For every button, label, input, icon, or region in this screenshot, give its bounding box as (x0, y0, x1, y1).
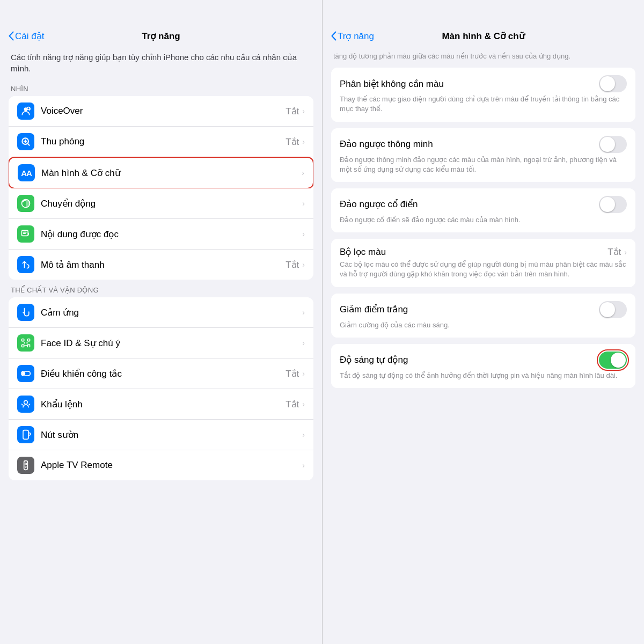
switch-row[interactable]: Điều khiển công tắc Tắt › (9, 358, 313, 389)
giam-diem-trang-row[interactable]: Giảm điểm trắng Giảm cường độ của các mà… (331, 294, 635, 338)
nhin-group: VoiceOver Tắt › Thu phóng Tắt › AA Màn h… (9, 96, 313, 280)
right-nav-bar: Trợ năng Màn hình & Cỡ chữ (323, 0, 644, 47)
giam-diem-trang-desc: Giảm cường độ của các màu sáng. (340, 320, 450, 330)
section-label-thchat: THỂ CHẤT VÀ VẬN ĐỘNG (9, 286, 313, 297)
appletv-chevron: › (302, 461, 305, 470)
phan-biet-row[interactable]: Phân biệt không cần màu Thay thế các mục… (331, 68, 635, 121)
svg-rect-13 (23, 430, 28, 440)
audiodesc-row[interactable]: Mô tả âm thanh Tắt › (9, 250, 313, 280)
section-label-nhin: NHÌN (9, 85, 313, 96)
bo-loc-mau-row[interactable]: Bộ lọc màu Tắt › Các bộ lọc màu có thể đ… (331, 239, 635, 287)
phan-biet-desc: Thay thế các mục giao diện người dùng ch… (340, 94, 627, 114)
bo-loc-mau-value: Tắt (608, 246, 621, 258)
giam-diem-trang-toggle[interactable] (599, 301, 627, 318)
display-icon: AA (18, 164, 35, 181)
do-sang-header: Độ sáng tự động (340, 352, 627, 369)
svg-rect-14 (24, 461, 28, 470)
phan-biet-label: Phân biệt không cần màu (340, 78, 599, 90)
voice-label: Khẩu lệnh (41, 399, 286, 410)
switch-icon (17, 365, 34, 382)
audiodesc-value: Tắt (286, 259, 299, 270)
dao-nguoc-co-dien-desc: Đảo ngược cổ điển sẽ đảo ngược các màu c… (340, 215, 521, 225)
svg-point-8 (24, 342, 25, 344)
left-content: Các tính năng trợ năng giúp bạn tùy chỉn… (0, 47, 322, 644)
right-scroll-top: tăng độ tương phản màu giữa các màu nền … (331, 47, 635, 68)
side-label: Nút sườn (41, 429, 302, 441)
left-description: Các tính năng trợ năng giúp bạn tùy chỉn… (9, 47, 313, 83)
spoken-row[interactable]: Nội dung được đọc › (9, 219, 313, 250)
right-back-label: Trợ năng (338, 31, 374, 42)
voice-row[interactable]: Khẩu lệnh Tắt › (9, 389, 313, 420)
faceid-icon (17, 334, 34, 352)
touch-label: Cảm ứng (41, 307, 302, 318)
voiceover-icon (17, 103, 34, 120)
right-content: tăng độ tương phản màu giữa các màu nền … (323, 47, 644, 644)
zoom-label: Thu phóng (41, 136, 286, 147)
dao-nguoc-co-dien-row[interactable]: Đảo ngược cổ điển Đảo ngược cổ điển sẽ đ… (331, 188, 635, 232)
appletv-icon (17, 457, 34, 474)
dao-nguoc-thong-minh-row[interactable]: Đảo ngược thông minh Đảo ngược thông min… (331, 128, 635, 182)
giam-diem-trang-group: Giảm điểm trắng Giảm cường độ của các mà… (331, 294, 635, 338)
dao-nguoc-thong-minh-toggle[interactable] (599, 136, 627, 153)
voiceover-row[interactable]: VoiceOver Tắt › (9, 96, 313, 127)
appletv-label: Apple TV Remote (41, 460, 302, 471)
display-row[interactable]: AA Màn hình & Cỡ chữ › (9, 157, 313, 189)
bo-loc-mau-chevron: › (624, 248, 627, 257)
do-sang-group: Độ sáng tự động Tắt độ sáng tự động có t… (331, 344, 635, 388)
left-back-label: Cài đặt (15, 31, 44, 42)
svg-rect-6 (27, 339, 30, 341)
right-back-button[interactable]: Trợ năng (331, 31, 374, 42)
zoom-chevron: › (302, 137, 305, 146)
motion-row[interactable]: Chuyển động › (9, 188, 313, 219)
appletv-row[interactable]: Apple TV Remote › (9, 450, 313, 480)
dao-nguoc-thong-minh-label: Đảo ngược thông minh (340, 138, 599, 150)
audiodesc-icon (17, 256, 34, 273)
switch-value: Tắt (286, 368, 299, 379)
touch-row[interactable]: Cảm ứng › (9, 297, 313, 328)
zoom-icon (17, 133, 34, 150)
spoken-icon (17, 225, 34, 243)
motion-icon (17, 195, 34, 212)
bo-loc-mau-header: Bộ lọc màu Tắt › (340, 246, 627, 258)
zoom-value: Tắt (286, 136, 299, 148)
giam-diem-trang-label: Giảm điểm trắng (340, 304, 599, 315)
do-sang-label: Độ sáng tự động (340, 354, 599, 365)
phan-biet-header: Phân biệt không cần màu (340, 75, 627, 92)
voiceover-value: Tắt (286, 106, 299, 117)
dao-nguoc-co-dien-toggle[interactable] (599, 196, 627, 213)
side-chevron: › (302, 430, 305, 439)
left-back-button[interactable]: Cài đặt (9, 31, 44, 42)
thchat-group: Cảm ứng › Face ID & Sự chú ý › Điều khiể… (9, 297, 313, 480)
touch-chevron: › (302, 308, 305, 317)
phan-biet-toggle[interactable] (599, 75, 627, 92)
svg-rect-7 (22, 345, 24, 347)
audiodesc-chevron: › (302, 260, 305, 269)
switch-label: Điều khiển công tắc (41, 368, 286, 379)
do-sang-row[interactable]: Độ sáng tự động Tắt độ sáng tự động có t… (331, 344, 635, 388)
zoom-row[interactable]: Thu phóng Tắt › (9, 127, 313, 157)
audiodesc-label: Mô tả âm thanh (41, 259, 286, 270)
svg-rect-11 (22, 372, 26, 376)
svg-rect-5 (22, 339, 24, 341)
voiceover-label: VoiceOver (41, 106, 286, 116)
side-icon (17, 426, 34, 443)
dao-nguoc-co-dien-label: Đảo ngược cổ điển (340, 199, 599, 210)
do-sang-toggle[interactable] (599, 352, 627, 369)
dao-nguoc-thong-minh-desc: Đảo ngược thông minh đảo ngược các màu c… (340, 155, 627, 174)
side-row[interactable]: Nút sườn › (9, 420, 313, 450)
switch-chevron: › (302, 369, 305, 378)
motion-label: Chuyển động (41, 198, 302, 209)
phan-biet-group: Phân biệt không cần màu Thay thế các mục… (331, 68, 635, 121)
motion-chevron: › (302, 199, 305, 208)
svg-point-9 (26, 342, 28, 344)
dao-nguoc-thong-minh-group: Đảo ngược thông minh Đảo ngược thông min… (331, 128, 635, 182)
display-label: Màn hình & Cỡ chữ (41, 167, 302, 179)
faceid-row[interactable]: Face ID & Sự chú ý › (9, 328, 313, 358)
voice-chevron: › (302, 400, 305, 408)
left-title: Trợ năng (142, 31, 180, 42)
bo-loc-mau-desc: Các bộ lọc màu có thể được sử dụng để gi… (340, 260, 627, 279)
spoken-label: Nội dung được đọc (41, 229, 302, 240)
voice-icon (17, 396, 34, 413)
svg-point-12 (24, 400, 28, 404)
bo-loc-mau-group: Bộ lọc màu Tắt › Các bộ lọc màu có thể đ… (331, 239, 635, 287)
